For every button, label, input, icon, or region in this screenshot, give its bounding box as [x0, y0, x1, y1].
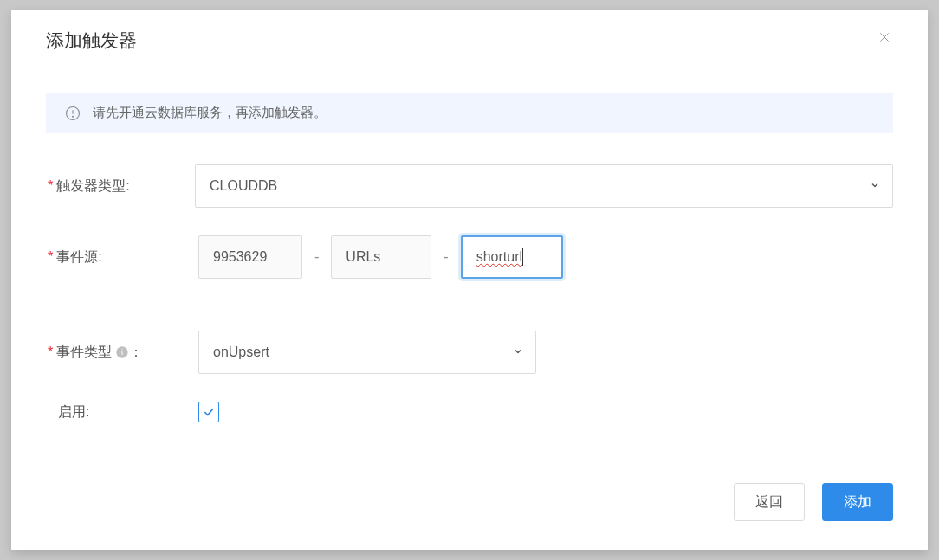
event-type-label: * 事件类型 i ：	[46, 344, 198, 362]
add-trigger-modal: 添加触发器 请先开通云数据库服务，再添加触发器。 * 触发器类型:	[11, 10, 928, 550]
trigger-type-label: * 触发器类型:	[46, 177, 195, 196]
svg-point-4	[73, 116, 74, 117]
back-button[interactable]: 返回	[734, 483, 805, 521]
help-icon[interactable]: i	[115, 345, 129, 359]
enable-label: 启用:	[46, 403, 198, 422]
add-button[interactable]: 添加	[822, 483, 893, 521]
event-source-label: * 事件源:	[46, 248, 198, 267]
trigger-type-value: CLOUDDB	[210, 178, 277, 194]
enable-checkbox[interactable]	[198, 402, 219, 422]
event-source-collection-input[interactable]: URLs	[331, 235, 431, 279]
event-source-field-input[interactable]: shorturl	[461, 235, 563, 279]
close-button[interactable]	[876, 29, 893, 46]
event-type-select[interactable]: onUpsert	[198, 331, 536, 374]
modal-body: 请先开通云数据库服务，再添加触发器。 * 触发器类型: CLOUDDB * 事件…	[11, 53, 928, 422]
chevron-down-icon	[870, 178, 880, 194]
svg-text:i: i	[121, 348, 123, 357]
required-indicator: *	[48, 344, 53, 360]
alert-text: 请先开通云数据库服务，再添加触发器。	[93, 105, 327, 121]
separator: -	[314, 249, 319, 265]
event-type-value: onUpsert	[213, 344, 269, 360]
trigger-type-select[interactable]: CLOUDDB	[195, 164, 893, 208]
modal-header: 添加触发器	[11, 10, 928, 53]
info-icon	[65, 106, 81, 121]
close-icon	[877, 30, 891, 44]
modal-footer: 返回 添加	[734, 483, 893, 521]
text-cursor	[522, 248, 523, 266]
event-source-group: 9953629 - URLs - shorturl	[198, 235, 563, 279]
separator: -	[444, 249, 448, 265]
info-alert: 请先开通云数据库服务，再添加触发器。	[46, 93, 893, 133]
modal-title: 添加触发器	[46, 29, 893, 53]
event-type-row: * 事件类型 i ： onUpsert	[46, 331, 893, 374]
event-source-id-input[interactable]: 9953629	[198, 235, 302, 279]
required-indicator: *	[48, 178, 53, 194]
required-indicator: *	[48, 249, 53, 265]
event-source-row: * 事件源: 9953629 - URLs - shorturl	[46, 235, 893, 279]
check-icon	[203, 406, 215, 418]
enable-row: 启用:	[46, 402, 893, 422]
trigger-type-row: * 触发器类型: CLOUDDB	[46, 164, 893, 208]
chevron-down-icon	[513, 344, 523, 360]
